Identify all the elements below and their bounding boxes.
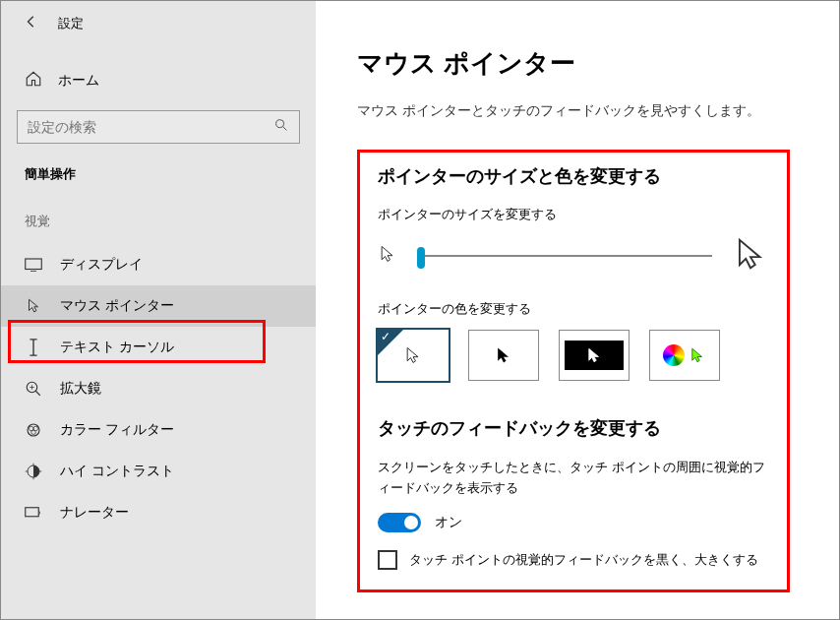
search-input[interactable] xyxy=(28,119,273,135)
search-icon xyxy=(273,117,289,137)
color-label: ポインターの色を変更する xyxy=(378,300,769,318)
page-subtitle: マウス ポインターとタッチのフィードバックを見やすくします。 xyxy=(357,102,790,120)
section-heading-touch: タッチのフィードバックを変更する xyxy=(378,416,769,440)
contrast-icon xyxy=(25,463,42,480)
nav-label: テキスト カーソル xyxy=(60,339,174,356)
highlighted-section: ポインターのサイズと色を変更する ポインターのサイズを変更する ポインターの色を… xyxy=(357,150,790,592)
slider-thumb[interactable] xyxy=(417,247,425,269)
display-icon xyxy=(25,258,42,272)
pointer-size-slider[interactable] xyxy=(378,235,769,277)
home-icon xyxy=(25,70,42,91)
svg-line-1 xyxy=(283,127,286,130)
svg-point-0 xyxy=(276,120,284,128)
color-option-custom[interactable] xyxy=(649,330,720,381)
pointer-color-options xyxy=(378,330,769,381)
touch-feedback-toggle[interactable] xyxy=(378,513,421,532)
pointer-icon xyxy=(25,297,42,315)
nav-label: ハイ コントラスト xyxy=(60,463,174,480)
touch-dark-large-checkbox[interactable] xyxy=(378,550,397,570)
nav-high-contrast[interactable]: ハイ コントラスト xyxy=(1,451,316,492)
nav-color-filter[interactable]: カラー フィルター xyxy=(1,409,316,451)
toggle-on-label: オン xyxy=(435,514,462,531)
text-cursor-icon xyxy=(25,339,42,356)
touch-description: スクリーンをタッチしたときに、タッチ ポイントの周囲に視覚的フィードバックを表示… xyxy=(378,458,769,499)
nav-label: ナレーター xyxy=(60,504,129,522)
nav-label: ディスプレイ xyxy=(60,256,143,274)
size-label: ポインターのサイズを変更する xyxy=(378,206,769,223)
main-content: マウス ポインター マウス ポインターとタッチのフィードバックを見やすくします。… xyxy=(316,1,839,619)
group-label: 視覚 xyxy=(1,213,316,230)
narrator-icon xyxy=(25,505,42,521)
sidebar: 設定 ホーム 簡単操作 視覚 ディスプレイ マウス ポインター テキスト カーソ… xyxy=(1,1,316,619)
nav-text-cursor[interactable]: テキスト カーソル xyxy=(1,327,316,368)
color-option-black[interactable] xyxy=(468,330,539,381)
nav-narrator[interactable]: ナレーター xyxy=(1,492,316,533)
home-link[interactable]: ホーム xyxy=(1,62,316,98)
color-filter-icon xyxy=(25,421,42,439)
section-heading-size-color: ポインターのサイズと色を変更する xyxy=(378,164,769,188)
home-label: ホーム xyxy=(58,72,99,90)
svg-rect-2 xyxy=(26,259,42,270)
cursor-small-icon xyxy=(378,244,397,268)
checkbox-label: タッチ ポイントの視覚的フィードバックを黒く、大きくする xyxy=(409,551,758,569)
search-box[interactable] xyxy=(17,110,300,144)
page-title: マウス ポインター xyxy=(357,46,790,81)
nav-magnifier[interactable]: 拡大鏡 xyxy=(1,368,316,409)
cursor-large-icon xyxy=(732,235,769,277)
color-option-white[interactable] xyxy=(378,330,449,381)
color-option-inverted[interactable] xyxy=(559,330,630,381)
nav-label: カラー フィルター xyxy=(60,421,174,439)
svg-point-11 xyxy=(31,430,36,435)
nav-display[interactable]: ディスプレイ xyxy=(1,244,316,285)
svg-rect-17 xyxy=(26,508,39,517)
nav-mouse-pointer[interactable]: マウス ポインター xyxy=(1,285,316,327)
magnifier-icon xyxy=(25,380,42,398)
nav-label: マウス ポインター xyxy=(60,297,174,315)
svg-line-7 xyxy=(35,391,40,396)
app-title: 設定 xyxy=(58,15,84,32)
color-wheel-icon xyxy=(663,344,685,366)
back-icon[interactable] xyxy=(25,15,38,32)
slider-track[interactable] xyxy=(417,255,712,257)
nav-label: 拡大鏡 xyxy=(60,380,101,398)
section-title: 簡単操作 xyxy=(1,165,316,183)
